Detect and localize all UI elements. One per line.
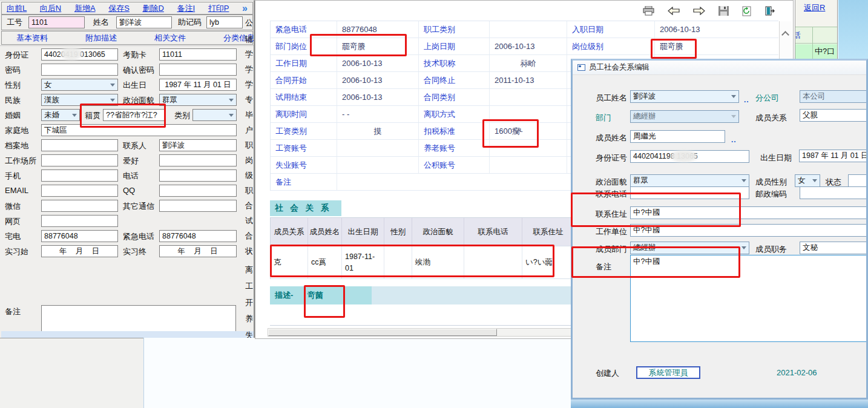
exit-icon[interactable] — [764, 6, 775, 16]
archive-field[interactable] — [41, 139, 118, 151]
clipped-label: 养 — [245, 314, 254, 324]
relation-label: 成员关系 — [755, 113, 787, 123]
branch-field: 本公司 — [800, 90, 868, 103]
relation-field[interactable]: 父親 — [800, 109, 868, 122]
print-icon[interactable] — [643, 6, 654, 16]
detail-label: 合同终止 — [419, 72, 490, 88]
contact-address-field[interactable]: 中?中國 — [630, 206, 867, 219]
member-browse-button[interactable]: .. — [731, 136, 737, 144]
gender-combo[interactable]: 女 — [41, 79, 118, 91]
code-field[interactable]: lyb — [206, 16, 243, 28]
status-field[interactable] — [848, 174, 868, 187]
work-unit-label: 工作单位 — [596, 226, 627, 237]
hand-next-icon[interactable] — [693, 7, 705, 15]
category-combo[interactable] — [192, 109, 237, 121]
form-row: 婚姻 未婚 籍贯 ??省韶?市?江? 类别 — [4, 108, 251, 123]
member-dept-value: 總經辦 — [633, 243, 656, 252]
contact-phone-field[interactable] — [630, 186, 749, 199]
intern-end-field[interactable]: 年 月 日 — [159, 245, 237, 257]
cell-phone — [464, 246, 522, 278]
social-relation-edit-dialog: 员工社会关系编辑 员工姓名 劉洋波 .. 分公司 本公司 部门 總經辦 成员关系… — [571, 59, 868, 400]
toolbar-print[interactable]: 打印P — [208, 3, 229, 14]
side-cell-value: 中?口 — [815, 46, 835, 57]
detail-value — [490, 21, 567, 38]
member-politics-combo[interactable]: 群眾 — [630, 174, 749, 187]
detail-value: 2006-10-13 — [337, 89, 419, 105]
birthplace-field[interactable]: ??省韶?市?江? — [103, 109, 166, 121]
marriage-combo[interactable]: 未婚 — [41, 109, 80, 121]
dialog-titlebar[interactable]: 员工社会关系编辑 — [573, 61, 866, 75]
marriage-label: 婚姻 — [5, 110, 21, 121]
birthday-field[interactable]: 1987 年 11 月 01 日 — [159, 79, 237, 91]
note-textarea[interactable]: 中?中國 — [630, 255, 867, 342]
hobby-field[interactable] — [159, 154, 237, 166]
password-field[interactable] — [41, 64, 118, 76]
side-panel: 返回R 话 中?口 — [795, 0, 838, 59]
politics-combo[interactable]: 群眾 — [159, 94, 237, 106]
toolbar-delete[interactable]: 删除D — [142, 3, 163, 14]
home-address-field[interactable]: 下城區 — [41, 124, 237, 136]
birthdate-label: 出生日期 — [760, 153, 792, 163]
hand-prev-icon[interactable] — [668, 7, 680, 15]
member-gender-value: 女 — [798, 176, 806, 185]
home-phone-field[interactable]: 88776048 — [41, 230, 118, 242]
save-icon[interactable] — [718, 6, 729, 16]
created-date: 2021-02-06 — [777, 368, 817, 377]
detail-row: 紧急电话 88776048 职工类别 入职日期 2006-10-13 — [271, 21, 778, 38]
ethnicity-combo[interactable]: 漢族 — [41, 94, 118, 106]
detail-value — [337, 140, 419, 156]
intern-start-field[interactable]: 年 月 日 — [41, 245, 118, 257]
emp-name-combo[interactable]: 劉洋波 — [630, 90, 739, 103]
member-name-field[interactable]: 周繼光 — [630, 130, 725, 143]
tab-related-files[interactable]: 相关文件 — [154, 33, 186, 44]
postal-field[interactable] — [800, 186, 868, 199]
toolbar-next[interactable]: 向后N — [40, 3, 61, 14]
note-label: 备注 — [596, 262, 611, 272]
return-link[interactable]: 返回R — [804, 2, 825, 13]
employee-header-row: 工号 1101 姓名 劉洋波 助记码 lyb — [1, 15, 253, 30]
name-field[interactable]: 劉洋波 — [116, 16, 172, 28]
birthdate-field[interactable]: 1987 年 11 月 01 日 — [799, 150, 868, 162]
emergency-phone-field[interactable]: 88776048 — [159, 230, 237, 242]
email-field[interactable] — [41, 185, 118, 197]
webpage-field[interactable] — [41, 215, 118, 227]
toolbar-note[interactable]: 备注I — [177, 3, 195, 14]
workplace-field[interactable] — [41, 154, 118, 166]
contact-field[interactable]: 劉洋波 — [159, 139, 237, 151]
tab-extra-desc[interactable]: 附加描述 — [85, 33, 117, 44]
horizontal-scrollbar-thumb[interactable] — [268, 329, 497, 336]
form-row: 微信 其它通信 — [4, 199, 251, 214]
tab-basic-info[interactable]: 基本资料 — [16, 33, 48, 44]
chevron-down-icon — [72, 114, 77, 117]
emp-name-browse-button[interactable]: .. — [744, 96, 749, 104]
phone-field[interactable] — [159, 169, 237, 182]
scroll-up-icon[interactable] — [781, 31, 789, 39]
mobile-field[interactable] — [41, 169, 118, 182]
form-row: 实习始 年 月 日 实习终 年 月 日 — [4, 244, 251, 259]
member-gender-combo[interactable]: 女 — [795, 174, 820, 187]
work-unit-field[interactable]: 中?中國 — [630, 224, 867, 237]
toolbar-save[interactable]: 保存S — [108, 3, 130, 14]
refresh-doc-icon[interactable] — [742, 6, 751, 16]
toolbar-add[interactable]: 新增A — [74, 3, 96, 14]
attendance-field[interactable]: 11011 — [159, 48, 237, 61]
member-position-field[interactable]: 文秘 — [800, 242, 868, 254]
clipped-label: 辅 — [245, 34, 254, 45]
detail-label: 紧急电话 — [271, 21, 337, 38]
side-cell-value-row: 中?口 — [795, 44, 838, 59]
emp-no-field[interactable]: 1101 — [28, 16, 85, 28]
chevron-down-icon — [110, 84, 115, 87]
qq-field[interactable] — [159, 185, 237, 197]
wechat-field[interactable] — [41, 200, 118, 212]
creator-button[interactable]: 系統管理員 — [636, 366, 700, 379]
other-contact-field[interactable] — [159, 200, 237, 212]
dept-combo: 總經辦 — [630, 110, 739, 123]
birthday-label: 出生日 — [123, 80, 146, 91]
member-dept-combo[interactable]: 總經辦 — [630, 242, 749, 254]
member-politics-label: 政治面貌 — [596, 177, 627, 188]
social-table-row[interactable]: 克 cc蔿 1987-11-01 竢渤 い?い虈 — [271, 246, 574, 279]
toolbar-prev[interactable]: 向前L — [7, 3, 27, 14]
confirm-password-field[interactable] — [159, 64, 237, 76]
qq-label: QQ — [123, 186, 135, 195]
detail-value: 2006-10-13 — [337, 55, 419, 71]
